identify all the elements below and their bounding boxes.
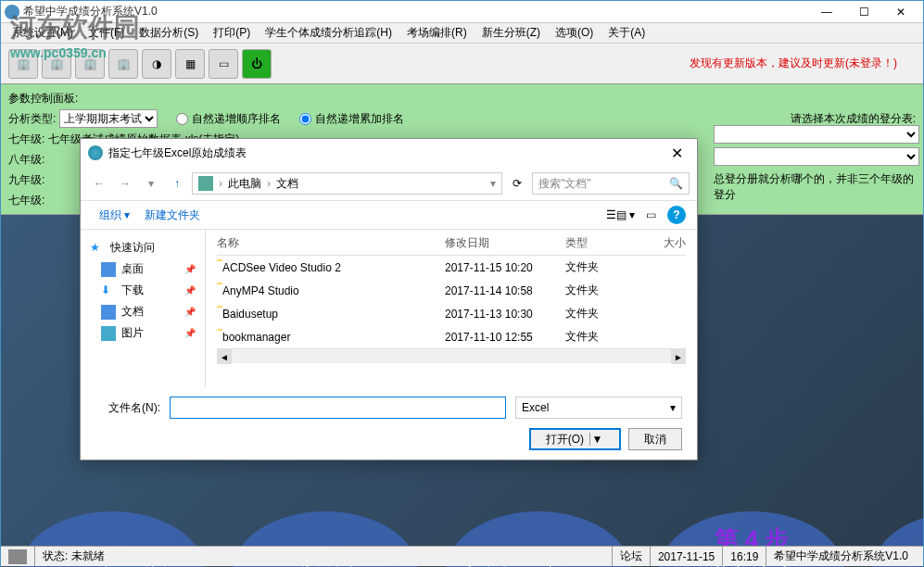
nav-forward-button[interactable]: → [114,172,136,195]
grade9-label: 九年级: [8,172,44,188]
tool-btn-4[interactable]: 🏢 [108,49,138,79]
pin-icon: 📌 [184,328,196,338]
dialog-icon [88,145,103,160]
tool-btn-2[interactable]: 🏢 [42,49,71,79]
menu-student[interactable]: 学生个体成绩分析追踪(H) [258,23,399,43]
right-note: 总登分册就分析哪个的，并非三个年级的登分 [710,168,923,207]
minimize-button[interactable]: — [808,1,845,23]
status-date: 2017-11-15 [650,547,722,566]
status-icon [8,549,27,564]
search-icon: 🔍 [669,177,683,190]
open-button[interactable]: 打开(O) ▼ [529,428,621,450]
radio-natural-accum[interactable]: 自然递增累加排名 [299,111,404,127]
window-title: 希望中学成绩分析系统V1.0 [23,4,808,19]
status-app: 希望中学成绩分析系统V1.0 [766,547,916,566]
download-icon: ⬇ [101,284,116,298]
menu-options[interactable]: 选项(O) [548,23,601,43]
tool-btn-3[interactable]: 🏢 [75,49,105,79]
filetype-combo[interactable]: Excel ▾ [515,397,682,419]
file-open-dialog: 指定七年级Excel原始成绩表 ✕ ← → ▾ ↑ › 此电脑 › 文档 ▾ ⟳… [80,138,698,460]
grade7-label: 七年级: [8,132,44,147]
menu-class[interactable]: 新生分班(Z) [475,23,548,43]
statusbar: 状态: 未就绪 论坛 2017-11-15 16:19 希望中学成绩分析系统V1… [1,546,923,566]
radio-group: 自然递增顺序排名 自然递增累加排名 [176,111,423,127]
menu-print[interactable]: 打印(P) [206,23,258,43]
right-combo-1[interactable] [714,125,919,144]
analysis-type-label: 分析类型: [8,111,56,127]
breadcrumb-pc[interactable]: 此电脑 [228,176,261,192]
grade8-label: 八年级: [8,152,44,168]
nav-refresh-button[interactable]: ⟳ [506,172,528,195]
radio-natural-order[interactable]: 自然递增顺序排名 [176,111,281,127]
nav-back-button[interactable]: ← [88,172,110,195]
view-mode-button[interactable]: ☰▤ ▾ [606,208,635,221]
sidebar-download[interactable]: ⬇ 下载 📌 [84,280,201,301]
tool-btn-6[interactable]: ▦ [175,49,205,79]
nav-up-button[interactable]: ↑ [166,172,188,195]
dialog-sidebar: ★ 快速访问 桌面 📌 ⬇ 下载 📌 文档 📌 [81,230,206,387]
nav-dropdown-button[interactable]: ▾ [140,172,162,195]
tool-btn-5[interactable]: ◑ [142,49,171,79]
col-type[interactable]: 类型 [565,235,639,251]
new-folder-button[interactable]: 新建文件夹 [137,204,208,227]
menubar: 系统设置(M) 文件(F) 数据分析(S) 打印(P) 学生个体成绩分析追踪(H… [1,23,923,44]
menu-file[interactable]: 文件(F) [81,23,132,43]
titlebar: 希望中学成绩分析系统V1.0 — ☐ ✕ [1,1,923,23]
file-row[interactable]: bookmanager 2017-11-10 12:55 文件夹 [217,325,686,348]
cancel-button[interactable]: 取消 [628,428,682,450]
file-row[interactable]: AnyMP4 Studio 2017-11-14 10:58 文件夹 [217,279,686,302]
toolbar: 🏢 🏢 🏢 🏢 ◑ ▦ ▭ ⏻ 发现有更新版本，建议及时更新(未登录！) [1,44,923,84]
sidebar-quick-access[interactable]: ★ 快速访问 [84,237,201,258]
file-row[interactable]: ACDSee Video Studio 2 2017-11-15 10:20 文… [217,256,686,279]
breadcrumb-folder[interactable]: 文档 [276,176,298,192]
right-panel: 总登分册就分析哪个的，并非三个年级的登分 [710,90,923,207]
help-button[interactable]: ? [667,206,686,224]
col-date[interactable]: 修改日期 [445,235,565,251]
param-title: 参数控制面板: [8,91,78,107]
filename-input[interactable] [170,397,506,419]
menu-exam[interactable]: 考场编排(R) [399,23,475,43]
tool-btn-7[interactable]: ▭ [209,49,238,79]
tool-btn-power[interactable]: ⏻ [242,49,272,79]
menu-about[interactable]: 关于(A) [601,23,652,43]
menu-system[interactable]: 系统设置(M) [5,23,81,43]
preview-button[interactable]: ▭ [646,208,656,221]
maximize-button[interactable]: ☐ [845,1,882,23]
dialog-close-button[interactable]: ✕ [664,142,690,164]
search-input[interactable]: 搜索"文档" 🔍 [532,172,690,195]
documents-icon [101,305,116,320]
dialog-nav: ← → ▾ ↑ › 此电脑 › 文档 ▾ ⟳ 搜索"文档" 🔍 [81,167,697,200]
tool-btn-1[interactable]: 🏢 [8,49,38,79]
file-row[interactable]: Baidusetup 2017-11-13 10:30 文件夹 [217,302,686,325]
horizontal-scrollbar[interactable]: ◄ ► [217,348,686,363]
menu-data[interactable]: 数据分析(S) [132,23,206,43]
organize-button[interactable]: 组织 ▾ [92,204,137,227]
right-combo-2[interactable] [714,147,919,166]
dialog-toolbar: 组织 ▾ 新建文件夹 ☰▤ ▾ ▭ ? [81,200,697,230]
sidebar-desktop[interactable]: 桌面 📌 [84,258,201,280]
dialog-body: ★ 快速访问 桌面 📌 ⬇ 下载 📌 文档 📌 [81,230,697,387]
update-notice: 发现有更新版本，建议及时更新(未登录！) [690,56,916,71]
status-text: 状态: 未就绪 [34,547,112,566]
open-dropdown[interactable]: ▼ [589,433,604,446]
sidebar-documents[interactable]: 文档 📌 [84,301,201,322]
sidebar-pictures[interactable]: 图片 📌 [84,322,201,344]
dialog-footer: 文件名(N): Excel ▾ 打开(O) ▼ 取消 [81,387,697,460]
grade7b-label: 七年级: [8,193,44,208]
window-controls: — ☐ ✕ [808,1,919,23]
star-icon: ★ [90,241,105,256]
pictures-icon [101,326,116,341]
main-window: 河东软件园 www.pc0359.cn 希望中学成绩分析系统V1.0 — ☐ ✕… [0,0,924,567]
app-icon [5,5,19,19]
desktop-icon [101,262,116,277]
pin-icon: 📌 [184,285,196,296]
col-size[interactable]: 大小 [639,235,686,251]
pin-icon: 📌 [184,264,196,274]
analysis-type-combo[interactable]: 上学期期末考试 [59,109,158,128]
close-button[interactable]: ✕ [882,1,919,23]
breadcrumb[interactable]: › 此电脑 › 文档 ▾ [192,172,502,195]
status-forum[interactable]: 论坛 [612,547,650,566]
col-name[interactable]: 名称 [217,235,445,251]
status-time: 16:19 [722,547,766,566]
pin-icon: 📌 [184,307,196,317]
